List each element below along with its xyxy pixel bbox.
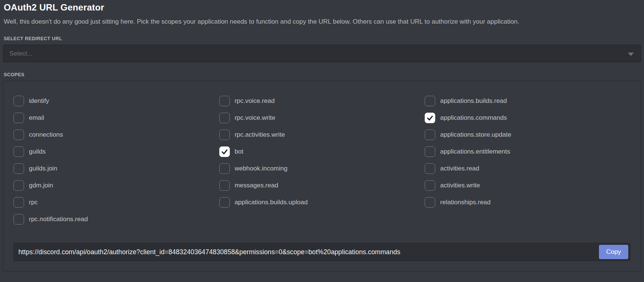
scope-row-guilds.join[interactable]: guilds.join bbox=[14, 160, 219, 177]
scope-label: identify bbox=[29, 97, 49, 105]
scope-label: applications.builds.read bbox=[440, 97, 507, 105]
scope-row-bot[interactable]: bot bbox=[219, 143, 425, 160]
scope-checkbox-applications.builds.upload[interactable] bbox=[219, 197, 230, 208]
scope-label: rpc bbox=[29, 199, 38, 206]
scope-checkbox-connections[interactable] bbox=[14, 130, 24, 140]
scope-checkbox-gdm.join[interactable] bbox=[14, 180, 24, 191]
scope-row-activities.read[interactable]: activities.read bbox=[425, 160, 630, 177]
scope-label: activities.write bbox=[440, 182, 480, 189]
scope-checkbox-rpc.voice.write[interactable] bbox=[219, 113, 230, 123]
scopes-label: SCOPES bbox=[4, 72, 641, 77]
scope-row-applications.store.update[interactable]: applications.store.update bbox=[425, 126, 630, 143]
scope-row-rpc.voice.read[interactable]: rpc.voice.read bbox=[219, 92, 425, 109]
oauth2-url-generator-page: OAuth2 URL Generator Well, this doesn't … bbox=[0, 0, 644, 271]
scope-row-rpc[interactable]: rpc bbox=[14, 194, 219, 211]
scope-checkbox-bot[interactable] bbox=[219, 146, 230, 157]
scope-checkbox-activities.read[interactable] bbox=[425, 163, 435, 174]
scope-label: rpc.activities.write bbox=[235, 131, 285, 139]
scope-row-relationships.read[interactable]: relationships.read bbox=[425, 194, 630, 211]
scope-label: guilds.join bbox=[29, 165, 57, 172]
scope-checkbox-relationships.read[interactable] bbox=[425, 197, 435, 208]
scope-label: applications.entitlements bbox=[440, 148, 510, 155]
scope-checkbox-activities.write[interactable] bbox=[425, 180, 435, 191]
scope-checkbox-rpc.notifications.read[interactable] bbox=[14, 214, 24, 225]
scope-label: bot bbox=[235, 148, 244, 155]
scope-row-applications.commands[interactable]: applications.commands bbox=[425, 109, 630, 126]
scope-checkbox-rpc.activities.write[interactable] bbox=[219, 130, 230, 140]
redirect-url-select[interactable]: Select... bbox=[3, 45, 641, 62]
scopes-grid: identifyemailconnectionsguildsguilds.joi… bbox=[14, 92, 630, 228]
generated-url-bar: https://discord.com/api/oauth2/authorize… bbox=[14, 243, 630, 261]
scope-label: applications.commands bbox=[440, 114, 507, 122]
scope-row-rpc.activities.write[interactable]: rpc.activities.write bbox=[219, 126, 425, 143]
scope-checkbox-messages.read[interactable] bbox=[219, 180, 230, 191]
scope-row-rpc.voice.write[interactable]: rpc.voice.write bbox=[219, 109, 425, 126]
scope-row-messages.read[interactable]: messages.read bbox=[219, 177, 425, 194]
scope-checkbox-rpc[interactable] bbox=[14, 197, 24, 208]
scope-label: email bbox=[29, 114, 44, 122]
scope-row-webhook.incoming[interactable]: webhook.incoming bbox=[219, 160, 425, 177]
scope-checkbox-webhook.incoming[interactable] bbox=[219, 163, 230, 174]
scope-row-rpc.notifications.read[interactable]: rpc.notifications.read bbox=[14, 211, 219, 228]
checkmark-icon bbox=[426, 114, 434, 122]
page-description: Well, this doesn't do any good just sitt… bbox=[4, 18, 641, 26]
checkmark-icon bbox=[221, 148, 228, 155]
scope-label: guilds bbox=[29, 148, 45, 155]
scope-checkbox-guilds.join[interactable] bbox=[14, 163, 24, 174]
scope-label: rpc.notifications.read bbox=[29, 216, 88, 223]
redirect-url-select-placeholder: Select... bbox=[9, 50, 32, 57]
scopes-container: identifyemailconnectionsguildsguilds.joi… bbox=[3, 81, 641, 271]
scope-row-applications.entitlements[interactable]: applications.entitlements bbox=[425, 143, 630, 160]
page-title: OAuth2 URL Generator bbox=[4, 2, 641, 13]
scope-checkbox-guilds[interactable] bbox=[14, 146, 24, 157]
scope-checkbox-rpc.voice.read[interactable] bbox=[219, 96, 230, 106]
scope-row-connections[interactable]: connections bbox=[14, 126, 219, 143]
scope-row-activities.write[interactable]: activities.write bbox=[425, 177, 630, 194]
generated-url-text[interactable]: https://discord.com/api/oauth2/authorize… bbox=[18, 248, 599, 256]
chevron-down-icon[interactable] bbox=[628, 53, 634, 56]
scope-label: relationships.read bbox=[440, 199, 490, 206]
scope-column-3: applications.builds.readapplications.com… bbox=[425, 92, 630, 228]
scope-label: connections bbox=[29, 131, 63, 139]
scope-checkbox-identify[interactable] bbox=[14, 96, 24, 106]
scope-checkbox-applications.entitlements[interactable] bbox=[425, 146, 435, 157]
scope-row-identify[interactable]: identify bbox=[14, 92, 219, 109]
scope-label: messages.read bbox=[235, 182, 278, 189]
scope-checkbox-applications.commands[interactable] bbox=[425, 113, 435, 123]
scope-label: activities.read bbox=[440, 165, 479, 172]
scope-label: webhook.incoming bbox=[235, 165, 288, 172]
scope-label: rpc.voice.read bbox=[235, 97, 275, 105]
scope-checkbox-applications.store.update[interactable] bbox=[425, 130, 435, 140]
scope-row-applications.builds.upload[interactable]: applications.builds.upload bbox=[219, 194, 425, 211]
scope-row-applications.builds.read[interactable]: applications.builds.read bbox=[425, 92, 630, 109]
scope-row-guilds[interactable]: guilds bbox=[14, 143, 219, 160]
scope-label: rpc.voice.write bbox=[235, 114, 276, 122]
scope-label: applications.builds.upload bbox=[235, 199, 308, 206]
scope-column-1: identifyemailconnectionsguildsguilds.joi… bbox=[14, 92, 219, 228]
scope-row-email[interactable]: email bbox=[14, 109, 219, 126]
scope-label: gdm.join bbox=[29, 182, 53, 189]
scope-row-gdm.join[interactable]: gdm.join bbox=[14, 177, 219, 194]
redirect-url-label: SELECT REDIRECT URL bbox=[4, 36, 641, 41]
scope-column-2: rpc.voice.readrpc.voice.writerpc.activit… bbox=[219, 92, 425, 228]
scope-checkbox-email[interactable] bbox=[14, 113, 24, 123]
copy-button[interactable]: Copy bbox=[599, 245, 628, 259]
scope-label: applications.store.update bbox=[440, 131, 511, 139]
scope-checkbox-applications.builds.read[interactable] bbox=[425, 96, 435, 106]
